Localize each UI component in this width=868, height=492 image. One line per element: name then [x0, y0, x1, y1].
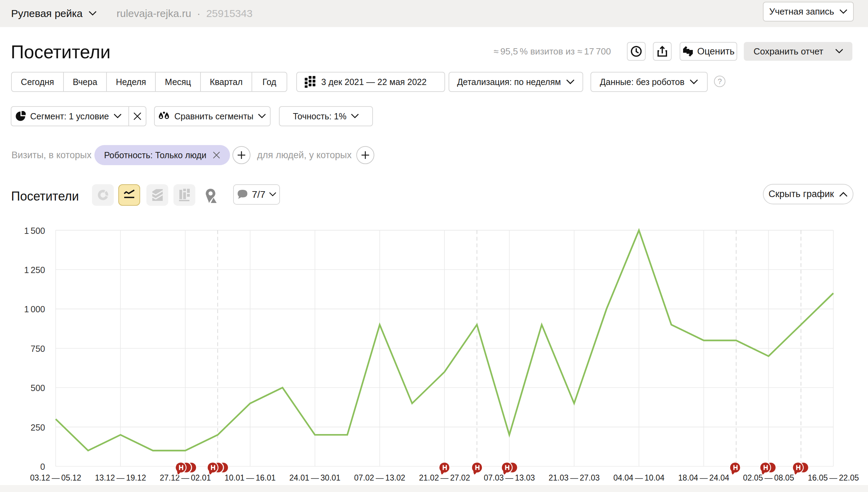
svg-text:18.04 — 24.04: 18.04 — 24.04 — [678, 473, 730, 482]
svg-text:21.03 — 27.03: 21.03 — 27.03 — [548, 473, 599, 482]
svg-text:07.03 — 13.03: 07.03 — 13.03 — [484, 473, 535, 482]
svg-text:250: 250 — [31, 423, 45, 432]
svg-text:1 000: 1 000 — [24, 304, 45, 314]
svg-text:750: 750 — [31, 344, 45, 354]
svg-text:0: 0 — [40, 462, 45, 472]
svg-text:500: 500 — [31, 383, 45, 393]
svg-text:04.04 — 10.04: 04.04 — 10.04 — [613, 473, 665, 482]
svg-text:1 250: 1 250 — [24, 265, 45, 275]
svg-text:03.12 — 05.12: 03.12 — 05.12 — [30, 473, 81, 482]
svg-text:02.05 — 08.05: 02.05 — 08.05 — [743, 473, 794, 482]
svg-text:16.05 — 22.05: 16.05 — 22.05 — [808, 473, 859, 482]
svg-text:10.01 — 16.01: 10.01 — 16.01 — [224, 473, 275, 482]
svg-text:24.01 — 30.01: 24.01 — 30.01 — [289, 473, 340, 482]
svg-text:07.02 — 13.02: 07.02 — 13.02 — [354, 473, 405, 482]
svg-text:27.12 — 02.01: 27.12 — 02.01 — [160, 473, 211, 482]
svg-text:13.12 — 19.12: 13.12 — 19.12 — [95, 473, 146, 482]
svg-text:21.02 — 27.02: 21.02 — 27.02 — [419, 473, 470, 482]
svg-text:1 500: 1 500 — [24, 226, 45, 236]
